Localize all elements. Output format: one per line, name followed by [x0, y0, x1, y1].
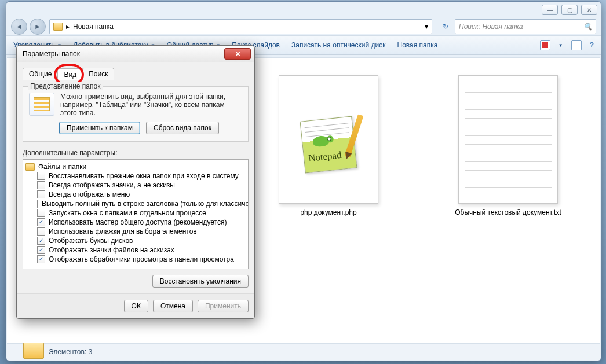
- refresh-button[interactable]: ↻: [440, 23, 451, 31]
- notepadpp-icon: Notepad: [302, 119, 355, 171]
- file-item[interactable]: Notepad php документ.php: [256, 75, 401, 337]
- dialog-titlebar[interactable]: Параметры папок ✕: [17, 46, 254, 62]
- preview-pane-icon[interactable]: [571, 40, 582, 50]
- tree-option[interactable]: Выводить полный путь в строке заголовка …: [24, 199, 247, 208]
- nav-forward-button[interactable]: ►: [30, 19, 46, 35]
- checkbox[interactable]: [37, 227, 45, 236]
- tree-option[interactable]: Запускать окна с папками в отдельном про…: [24, 208, 247, 218]
- group-legend: Представление папок: [28, 82, 103, 90]
- burn-button[interactable]: Записать на оптический диск: [291, 41, 386, 49]
- window-maximize-button[interactable]: ▢: [561, 5, 578, 15]
- breadcrumb-sep: ▸: [66, 23, 70, 31]
- view-options-icon[interactable]: [540, 40, 550, 50]
- advanced-settings-tree[interactable]: Файлы и папки Восстанавливать прежние ок…: [23, 159, 249, 269]
- window-close-button[interactable]: ✕: [581, 5, 597, 15]
- file-item[interactable]: Обычный текстовый документ.txt: [436, 75, 581, 337]
- checkbox[interactable]: [37, 172, 45, 180]
- file-name-label: php документ.php: [300, 208, 356, 216]
- tree-option[interactable]: Восстанавливать прежние окна папок при в…: [24, 171, 247, 181]
- folder-views-group: Представление папок Можно применить вид,…: [23, 86, 249, 142]
- files-list: Notepad php документ.php Обычный текстов…: [256, 75, 589, 337]
- tree-option[interactable]: ✓Использовать мастер общего доступа (рек…: [24, 218, 247, 227]
- tree-option[interactable]: Использовать флажки для выбора элементов: [24, 227, 247, 236]
- advanced-settings-label: Дополнительные параметры:: [23, 149, 249, 157]
- ok-button[interactable]: ОК: [124, 300, 148, 312]
- breadcrumb-current[interactable]: Новая папка: [73, 23, 114, 31]
- status-bar: Элементов: 3: [7, 343, 600, 360]
- dialog-close-button[interactable]: ✕: [224, 48, 251, 60]
- checkbox[interactable]: [37, 190, 45, 198]
- reset-folders-button[interactable]: Сброс вида папок: [146, 122, 219, 134]
- tree-option-label: Отображать обработчики просмотра в панел…: [49, 255, 234, 263]
- search-placeholder: Поиск: Новая папка: [459, 23, 523, 31]
- folder-icon: [25, 163, 35, 171]
- folder-views-icon: [29, 93, 54, 116]
- dialog-title: Параметры папок: [23, 50, 224, 58]
- folder-options-dialog: Параметры папок ✕ Общие Вид Поиск Предст…: [16, 45, 255, 319]
- new-folder-button[interactable]: Новая папка: [397, 41, 437, 49]
- tree-option[interactable]: ✓Отображать обработчики просмотра в пане…: [24, 255, 247, 264]
- search-input[interactable]: Поиск: Новая папка 🔍: [455, 19, 596, 34]
- checkbox[interactable]: [37, 181, 45, 189]
- checkbox[interactable]: ✓: [37, 246, 45, 254]
- window-minimize-button[interactable]: —: [542, 5, 558, 15]
- tab-view[interactable]: Вид: [57, 68, 83, 80]
- apply-button[interactable]: Применить: [198, 300, 249, 312]
- nav-row: ◄ ► ▸ Новая папка ▾ ↻ Поиск: Новая папка…: [6, 18, 601, 35]
- file-thumbnail: [458, 75, 558, 204]
- tree-option-label: Выводить полный путь в строке заголовка …: [42, 200, 249, 208]
- address-bar[interactable]: ▸ Новая папка ▾: [49, 19, 432, 34]
- tab-search[interactable]: Поиск: [82, 68, 114, 80]
- breadcrumb-dropdown-icon[interactable]: ▾: [425, 23, 428, 31]
- window-titlebar: — ▢ ✕: [6, 2, 601, 18]
- dialog-footer: ОК Отмена Применить: [17, 293, 254, 318]
- file-name-label: Обычный текстовый документ.txt: [455, 208, 561, 216]
- folder-views-desc: Можно применить вид, выбранный для этой …: [60, 93, 242, 117]
- nav-back-button[interactable]: ◄: [11, 19, 27, 35]
- tree-option[interactable]: Всегда отображать меню: [24, 190, 247, 199]
- cancel-button[interactable]: Отмена: [153, 300, 193, 312]
- tree-root[interactable]: Файлы и папки: [24, 162, 247, 171]
- help-button[interactable]: ?: [590, 41, 594, 49]
- checkbox[interactable]: ✓: [37, 237, 45, 245]
- tree-option-label: Запускать окна с папками в отдельном про…: [49, 209, 206, 217]
- tree-option-label: Использовать флажки для выбора элементов: [49, 227, 197, 236]
- view-options-dropdown-icon[interactable]: ▼: [558, 43, 563, 48]
- apply-to-folders-button[interactable]: Применить к папкам: [59, 122, 140, 134]
- tree-option-label: Отображать буквы дисков: [49, 237, 133, 245]
- tree-option[interactable]: Всегда отображать значки, а не эскизы: [24, 181, 247, 190]
- tree-option[interactable]: ✓Отображать значки файлов на эскизах: [24, 245, 247, 255]
- checkbox[interactable]: ✓: [37, 218, 45, 226]
- tab-general[interactable]: Общие: [23, 68, 58, 80]
- checkbox[interactable]: ✓: [37, 255, 45, 263]
- restore-defaults-button[interactable]: Восстановить умолчания: [152, 275, 249, 288]
- tree-option-label: Всегда отображать значки, а не эскизы: [49, 181, 175, 189]
- folder-icon: [23, 343, 44, 359]
- status-text: Элементов: 3: [49, 348, 92, 356]
- tree-option[interactable]: ✓Отображать буквы дисков: [24, 236, 247, 245]
- tree-option-label: Использовать мастер общего доступа (реко…: [49, 218, 227, 226]
- tree-option-label: Восстанавливать прежние окна папок при в…: [49, 172, 239, 180]
- search-icon: 🔍: [583, 23, 592, 31]
- checkbox[interactable]: [37, 209, 45, 217]
- tree-option-label: Отображать значки файлов на эскизах: [49, 246, 174, 254]
- tree-root-label: Файлы и папки: [38, 163, 86, 171]
- dialog-tabs: Общие Вид Поиск: [23, 67, 249, 80]
- checkbox[interactable]: [37, 200, 38, 208]
- file-thumbnail: Notepad: [279, 75, 378, 204]
- folder-icon: [53, 23, 63, 31]
- tree-option-label: Всегда отображать меню: [49, 190, 130, 198]
